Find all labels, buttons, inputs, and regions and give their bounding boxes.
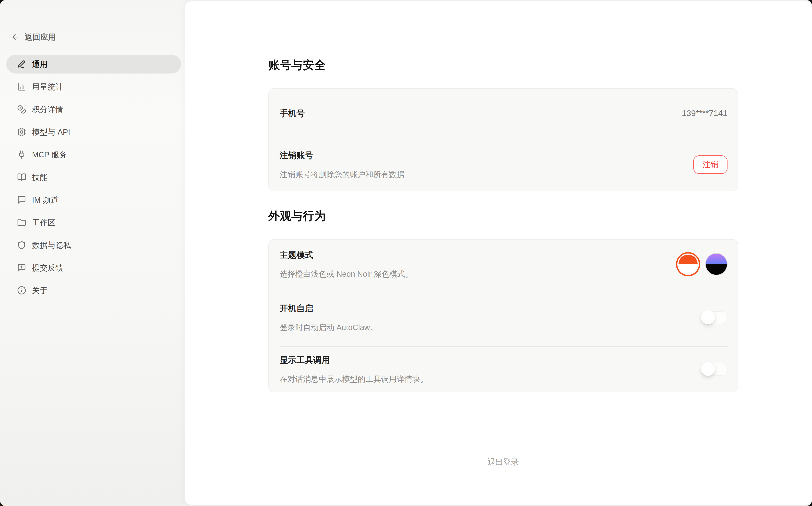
- logout-area: 退出登录: [268, 456, 738, 468]
- sidebar-item-im-channels[interactable]: IM 频道: [6, 190, 181, 209]
- arrow-left-icon: [11, 33, 19, 41]
- sidebar-item-about[interactable]: 关于: [6, 281, 181, 300]
- deactivate-account-description: 注销账号将删除您的账户和所有数据: [280, 169, 404, 180]
- message-square-icon: [17, 195, 26, 204]
- sidebar-item-data-privacy[interactable]: 数据与隐私: [6, 236, 181, 254]
- sidebar-item-label: 技能: [32, 172, 48, 183]
- settings-content: 账号与安全 手机号 139****7141 注销账号 注销账号将删除您的账户和所…: [268, 1, 738, 468]
- message-square-plus-icon: [17, 263, 26, 272]
- appearance-card: 主题模式 选择橙白浅色或 Neon Noir 深色模式。 开机自启 登录时自动启…: [268, 239, 738, 392]
- appearance-behavior-title: 外观与行为: [268, 191, 738, 222]
- tool-calls-row: 显示工具调用 在对话消息中展示模型的工具调用详情块。: [269, 347, 738, 392]
- theme-mode-label: 主题模式: [280, 249, 413, 260]
- account-security-title: 账号与安全: [268, 1, 738, 71]
- settings-sidebar: 返回应用 通用用量统计积分详情模型与 APIMCP 服务技能IM 频道工作区数据…: [0, 0, 185, 506]
- autostart-description: 登录时自动启动 AutoClaw。: [280, 322, 378, 333]
- autostart-toggle[interactable]: [702, 311, 728, 324]
- autostart-row: 开机自启 登录时自动启动 AutoClaw。: [269, 289, 738, 346]
- tool-calls-text: 显示工具调用 在对话消息中展示模型的工具调用详情块。: [280, 354, 428, 384]
- theme-mode-text: 主题模式 选择橙白浅色或 Neon Noir 深色模式。: [280, 249, 413, 279]
- account-card: 手机号 139****7141 注销账号 注销账号将删除您的账户和所有数据 注销: [268, 88, 738, 191]
- sidebar-item-label: 通用: [32, 59, 48, 70]
- sidebar-item-label: 用量统计: [32, 82, 63, 92]
- cpu-icon: [17, 128, 26, 137]
- folder-icon: [17, 218, 26, 227]
- theme-mode-description: 选择橙白浅色或 Neon Noir 深色模式。: [280, 269, 413, 279]
- deactivate-account-label: 注销账号: [280, 150, 404, 161]
- sidebar-nav: 通用用量统计积分详情模型与 APIMCP 服务技能IM 频道工作区数据与隐私提交…: [6, 55, 181, 304]
- settings-panel: 账号与安全 手机号 139****7141 注销账号 注销账号将删除您的账户和所…: [185, 1, 812, 505]
- phone-label: 手机号: [280, 108, 305, 119]
- sidebar-item-label: IM 频道: [32, 194, 59, 205]
- theme-light-swatch[interactable]: [676, 252, 700, 276]
- deactivate-account-row: 注销账号 注销账号将删除您的账户和所有数据 注销: [269, 138, 738, 191]
- toggle-knob: [701, 362, 715, 376]
- sidebar-item-feedback[interactable]: 提交反馈: [6, 258, 181, 277]
- sidebar-item-mcp-services[interactable]: MCP 服务: [6, 145, 181, 164]
- back-to-app-label: 返回应用: [24, 32, 56, 43]
- sidebar-item-label: 数据与隐私: [32, 240, 71, 251]
- sidebar-item-usage-stats[interactable]: 用量统计: [6, 77, 181, 96]
- sidebar-item-label: 关于: [32, 285, 48, 296]
- sidebar-item-models-api[interactable]: 模型与 API: [6, 122, 181, 141]
- autostart-text: 开机自启 登录时自动启动 AutoClaw。: [280, 303, 378, 333]
- logout-button[interactable]: 退出登录: [487, 456, 520, 468]
- coins-icon: [17, 105, 26, 114]
- book-open-icon: [17, 173, 26, 182]
- sidebar-item-label: 提交反馈: [32, 262, 63, 273]
- tool-calls-description: 在对话消息中展示模型的工具调用详情块。: [280, 374, 428, 384]
- theme-dark-swatch[interactable]: [705, 253, 728, 275]
- sidebar-item-credits[interactable]: 积分详情: [6, 100, 181, 119]
- shield-icon: [17, 241, 26, 250]
- info-icon: [17, 286, 26, 295]
- settings-window: 返回应用 通用用量统计积分详情模型与 APIMCP 服务技能IM 频道工作区数据…: [0, 0, 812, 506]
- deactivate-account-button[interactable]: 注销: [693, 155, 728, 174]
- sidebar-item-label: 模型与 API: [32, 127, 70, 138]
- sidebar-item-label: MCP 服务: [32, 149, 67, 160]
- sidebar-item-label: 工作区: [32, 217, 56, 228]
- back-to-app-button[interactable]: 返回应用: [11, 31, 56, 43]
- theme-mode-row: 主题模式 选择橙白浅色或 Neon Noir 深色模式。: [269, 240, 738, 288]
- sidebar-item-label: 积分详情: [32, 104, 63, 115]
- bar-chart-icon: [17, 82, 26, 91]
- pencil-icon: [17, 60, 26, 69]
- phone-value: 139****7141: [682, 108, 728, 118]
- phone-row: 手机号 139****7141: [269, 89, 738, 138]
- tool-calls-toggle[interactable]: [702, 363, 728, 376]
- plug-icon: [17, 150, 26, 159]
- deactivate-account-text: 注销账号 注销账号将删除您的账户和所有数据: [280, 150, 404, 180]
- sidebar-item-workspace[interactable]: 工作区: [6, 213, 181, 232]
- toggle-knob: [701, 310, 715, 324]
- sidebar-item-skills[interactable]: 技能: [6, 168, 181, 187]
- sidebar-item-general[interactable]: 通用: [6, 55, 181, 74]
- theme-swatches: [676, 252, 728, 276]
- autostart-label: 开机自启: [280, 303, 378, 314]
- tool-calls-label: 显示工具调用: [280, 354, 428, 365]
